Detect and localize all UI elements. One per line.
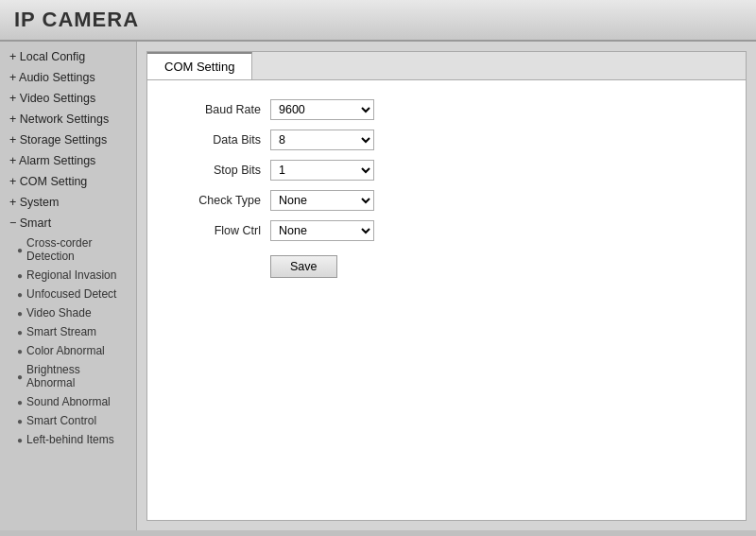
check-type-select[interactable]: None Odd Even Mark Space [270,190,374,211]
bullet-icon: ● [17,372,23,382]
sidebar-item-com-setting[interactable]: + COM Setting [0,171,136,192]
data-bits-label: Data Bits [176,133,261,147]
bullet-icon: ● [17,346,23,356]
sidebar-item-sound-abnormal[interactable]: ● Sound Abnormal [0,392,136,411]
baud-rate-row: Baud Rate 9600 19200 38400 57600 115200 [176,99,717,120]
sidebar-item-storage-settings[interactable]: + Storage Settings [0,130,136,150]
tab-bar: COM Setting [147,52,746,80]
data-bits-row: Data Bits 5 6 7 8 [176,130,717,150]
bullet-icon: ● [17,289,23,300]
sidebar-item-smart[interactable]: − Smart [0,213,136,233]
bullet-icon: ● [17,416,23,426]
sidebar-item-network-settings[interactable]: + Network Settings [0,109,136,130]
check-type-row: Check Type None Odd Even Mark Space [176,190,717,211]
sidebar-item-regional-invasion[interactable]: ● Regional Invasion [0,266,136,285]
header: IP CAMERA [0,0,756,42]
flow-ctrl-label: Flow Ctrl [176,224,261,237]
bullet-icon: ● [17,327,23,337]
sidebar-item-local-config[interactable]: + Local Config [0,46,136,67]
stop-bits-row: Stop Bits 1 1.5 2 [176,160,717,181]
sidebar-item-cross-border[interactable]: ● Cross-corder Detection [0,233,136,266]
bullet-icon: ● [17,270,23,281]
sidebar-item-system[interactable]: + System [0,192,136,213]
sidebar-item-audio-settings[interactable]: + Audio Settings [0,67,136,88]
bullet-icon: ● [17,435,23,445]
sidebar-item-unfocused-detect[interactable]: ● Unfocused Detect [0,285,136,303]
check-type-label: Check Type [176,194,261,207]
sidebar-item-smart-stream[interactable]: ● Smart Stream [0,322,136,341]
save-row: Save [176,251,717,278]
main-layout: + Local Config + Audio Settings + Video … [0,42,756,530]
save-button[interactable]: Save [270,255,337,278]
sidebar-item-left-behind[interactable]: ● Left-behind Items [0,430,136,449]
sidebar-item-brightness-abnormal[interactable]: ● Brightness Abnormal [0,360,136,392]
bullet-icon: ● [17,397,23,407]
data-bits-select[interactable]: 5 6 7 8 [270,130,374,150]
app-title: IP CAMERA [14,8,742,32]
tab-com-setting[interactable]: COM Setting [147,52,252,79]
bullet-icon: ● [17,308,23,319]
tab-panel: COM Setting Baud Rate 9600 19200 38400 5… [146,51,747,521]
stop-bits-select[interactable]: 1 1.5 2 [270,160,374,181]
content-area: COM Setting Baud Rate 9600 19200 38400 5… [137,42,756,530]
sidebar-item-color-abnormal[interactable]: ● Color Abnormal [0,341,136,360]
flow-ctrl-row: Flow Ctrl None Hardware Software [176,220,717,241]
sidebar-item-alarm-settings[interactable]: + Alarm Settings [0,150,136,171]
flow-ctrl-select[interactable]: None Hardware Software [270,220,374,241]
baud-rate-label: Baud Rate [176,103,261,116]
bullet-icon: ● [17,245,23,255]
sidebar-item-video-shade[interactable]: ● Video Shade [0,303,136,322]
com-setting-form: Baud Rate 9600 19200 38400 57600 115200 … [147,80,746,306]
sidebar-item-video-settings[interactable]: + Video Settings [0,88,136,109]
baud-rate-select[interactable]: 9600 19200 38400 57600 115200 [270,99,374,120]
stop-bits-label: Stop Bits [176,164,261,177]
sidebar: + Local Config + Audio Settings + Video … [0,42,137,530]
sidebar-item-smart-control[interactable]: ● Smart Control [0,411,136,430]
